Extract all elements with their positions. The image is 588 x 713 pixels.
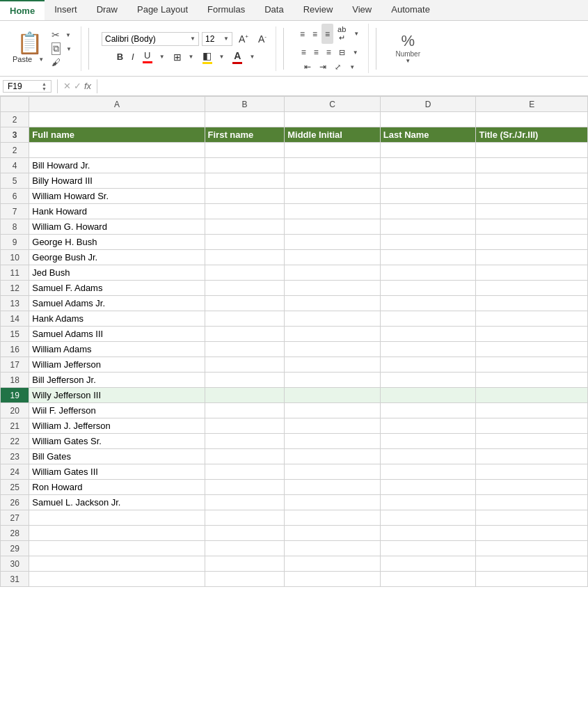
- tab-page-layout[interactable]: Page Layout: [127, 0, 198, 20]
- cell-b20[interactable]: [205, 403, 285, 418]
- cell-b7[interactable]: [205, 204, 285, 219]
- cell-a9[interactable]: George H. Bush: [29, 235, 205, 250]
- cell-a23[interactable]: Bill Gates: [29, 449, 205, 464]
- cell-c16[interactable]: [285, 342, 381, 357]
- cell-c12[interactable]: [285, 281, 381, 296]
- cell-b27[interactable]: [205, 510, 285, 526]
- cell-e31[interactable]: [476, 572, 588, 587]
- cell-c29[interactable]: [285, 541, 381, 556]
- cell-b9[interactable]: [205, 235, 285, 250]
- cell-b24[interactable]: [205, 464, 285, 480]
- cell-c23[interactable]: [285, 449, 381, 464]
- increase-indent-button[interactable]: ⇥: [316, 61, 330, 73]
- cell-b2[interactable]: [205, 112, 285, 127]
- cell-e8[interactable]: [476, 219, 588, 235]
- cell-a30[interactable]: [29, 556, 205, 572]
- number-dropdown[interactable]: ▼: [402, 56, 414, 65]
- cell-a26[interactable]: Samuel L. Jackson Jr.: [29, 495, 205, 510]
- cell-e2[interactable]: [476, 143, 588, 158]
- col-header-a[interactable]: A: [29, 97, 205, 112]
- cell-c2[interactable]: [285, 112, 381, 127]
- cell-a13[interactable]: Samuel Adams Jr.: [29, 296, 205, 311]
- fill-color-button[interactable]: ◧: [199, 49, 216, 65]
- cell-d2[interactable]: [380, 112, 476, 127]
- cell-b5[interactable]: [205, 173, 285, 189]
- cell-e7[interactable]: [476, 204, 588, 219]
- cell-c27[interactable]: [285, 510, 381, 526]
- cell-c14[interactable]: [285, 311, 381, 327]
- cell-c15[interactable]: [285, 327, 381, 342]
- cell-b2[interactable]: [205, 143, 285, 158]
- cell-c2[interactable]: [285, 143, 381, 158]
- cell-b26[interactable]: [205, 495, 285, 510]
- cell-c31[interactable]: [285, 572, 381, 587]
- cell-e4[interactable]: [476, 158, 588, 173]
- cell-d28[interactable]: [380, 526, 476, 541]
- cell-b15[interactable]: [205, 327, 285, 342]
- cell-c3[interactable]: Middle Initial: [285, 127, 381, 143]
- cell-a21[interactable]: William J. Jefferson: [29, 418, 205, 434]
- cell-d5[interactable]: [380, 173, 476, 189]
- cell-a14[interactable]: Hank Adams: [29, 311, 205, 327]
- border-button[interactable]: ⊞: [170, 50, 185, 64]
- wrap-dropdown[interactable]: ▼: [350, 24, 363, 44]
- cell-a7[interactable]: Hank Howard: [29, 204, 205, 219]
- cell-d12[interactable]: [380, 281, 476, 296]
- cell-e21[interactable]: [476, 418, 588, 434]
- paste-button[interactable]: Paste: [11, 54, 33, 64]
- cell-b14[interactable]: [205, 311, 285, 327]
- cell-c30[interactable]: [285, 556, 381, 572]
- cell-b31[interactable]: [205, 572, 285, 587]
- cell-a15[interactable]: Samuel Adams III: [29, 327, 205, 342]
- cell-a10[interactable]: George Bush Jr.: [29, 250, 205, 265]
- underline-button[interactable]: U: [139, 49, 156, 65]
- cell-c7[interactable]: [285, 204, 381, 219]
- cell-e22[interactable]: [476, 434, 588, 449]
- cell-d4[interactable]: [380, 158, 476, 173]
- cell-c10[interactable]: [285, 250, 381, 265]
- font-color-button[interactable]: A: [229, 49, 246, 65]
- cell-d20[interactable]: [380, 403, 476, 418]
- cell-a4[interactable]: Bill Howard Jr.: [29, 158, 205, 173]
- merge-cells-button[interactable]: ⊟: [335, 46, 349, 58]
- cell-c25[interactable]: [285, 480, 381, 495]
- cell-a20[interactable]: Wiil F. Jefferson: [29, 403, 205, 418]
- cell-a6[interactable]: William Howard Sr.: [29, 189, 205, 204]
- cell-d24[interactable]: [380, 464, 476, 480]
- cell-d2[interactable]: [380, 143, 476, 158]
- cell-d16[interactable]: [380, 342, 476, 357]
- cell-d6[interactable]: [380, 189, 476, 204]
- cell-d9[interactable]: [380, 235, 476, 250]
- cell-c6[interactable]: [285, 189, 381, 204]
- cell-b11[interactable]: [205, 265, 285, 281]
- cell-e15[interactable]: [476, 327, 588, 342]
- decrease-indent-button[interactable]: ⇤: [301, 61, 315, 73]
- align-center-button[interactable]: ≡: [310, 46, 322, 58]
- font-color-dropdown[interactable]: ▼: [246, 52, 258, 61]
- align-top-left-button[interactable]: ≡: [296, 24, 308, 44]
- orientation-dropdown[interactable]: ▼: [346, 61, 358, 73]
- cell-d31[interactable]: [380, 572, 476, 587]
- cell-b8[interactable]: [205, 219, 285, 235]
- cell-e23[interactable]: [476, 449, 588, 464]
- align-right-button[interactable]: ≡: [323, 46, 335, 58]
- align-top-right-button[interactable]: ≡: [321, 24, 333, 44]
- cell-d26[interactable]: [380, 495, 476, 510]
- tab-formulas[interactable]: Formulas: [198, 0, 255, 20]
- cell-e17[interactable]: [476, 357, 588, 373]
- cell-e10[interactable]: [476, 250, 588, 265]
- cell-a25[interactable]: Ron Howard: [29, 480, 205, 495]
- cell-d25[interactable]: [380, 480, 476, 495]
- tab-data[interactable]: Data: [255, 0, 293, 20]
- cell-e13[interactable]: [476, 296, 588, 311]
- cell-b4[interactable]: [205, 158, 285, 173]
- cell-e18[interactable]: [476, 373, 588, 388]
- cell-e6[interactable]: [476, 189, 588, 204]
- cell-e5[interactable]: [476, 173, 588, 189]
- font-shrink-button[interactable]: A-: [255, 32, 270, 46]
- cell-a22[interactable]: William Gates Sr.: [29, 434, 205, 449]
- cell-e9[interactable]: [476, 235, 588, 250]
- cell-e30[interactable]: [476, 556, 588, 572]
- cell-e24[interactable]: [476, 464, 588, 480]
- cell-d21[interactable]: [380, 418, 476, 434]
